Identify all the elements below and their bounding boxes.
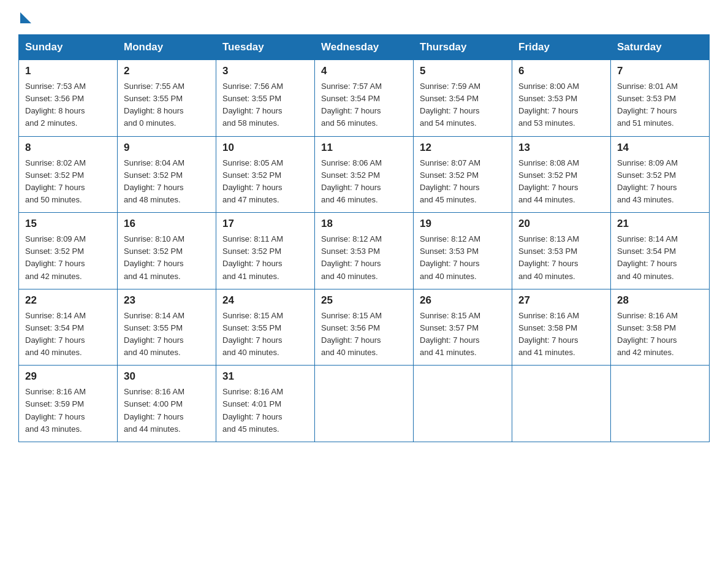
calendar-cell: 4 Sunrise: 7:57 AMSunset: 3:54 PMDayligh… <box>315 60 414 137</box>
day-number: 13 <box>518 142 604 154</box>
day-info: Sunrise: 8:09 AMSunset: 3:52 PMDaylight:… <box>617 157 703 207</box>
calendar-cell: 20 Sunrise: 8:13 AMSunset: 3:53 PMDaylig… <box>512 213 611 289</box>
day-number: 14 <box>617 142 703 154</box>
day-info: Sunrise: 8:08 AMSunset: 3:52 PMDaylight:… <box>518 157 604 207</box>
page-header <box>18 12 710 23</box>
calendar-cell: 9 Sunrise: 8:04 AMSunset: 3:52 PMDayligh… <box>118 136 216 213</box>
calendar-cell: 16 Sunrise: 8:10 AMSunset: 3:52 PMDaylig… <box>118 213 216 289</box>
calendar-cell: 31 Sunrise: 8:16 AMSunset: 4:01 PMDaylig… <box>216 366 315 442</box>
day-info: Sunrise: 8:16 AMSunset: 3:58 PMDaylight:… <box>518 310 604 359</box>
day-info: Sunrise: 7:59 AMSunset: 3:54 PMDaylight:… <box>420 80 506 130</box>
day-number: 11 <box>321 142 407 154</box>
calendar-cell: 6 Sunrise: 8:00 AMSunset: 3:53 PMDayligh… <box>512 60 611 137</box>
calendar-cell: 1 Sunrise: 7:53 AMSunset: 3:56 PMDayligh… <box>19 60 118 137</box>
day-info: Sunrise: 8:13 AMSunset: 3:53 PMDaylight:… <box>518 233 604 283</box>
day-info: Sunrise: 8:14 AMSunset: 3:55 PMDaylight:… <box>124 310 210 359</box>
day-info: Sunrise: 8:15 AMSunset: 3:55 PMDaylight:… <box>222 310 308 359</box>
day-info: Sunrise: 8:16 AMSunset: 3:58 PMDaylight:… <box>617 310 703 359</box>
day-info: Sunrise: 8:05 AMSunset: 3:52 PMDaylight:… <box>222 157 308 207</box>
calendar-cell: 30 Sunrise: 8:16 AMSunset: 4:00 PMDaylig… <box>118 366 216 442</box>
calendar-cell: 5 Sunrise: 7:59 AMSunset: 3:54 PMDayligh… <box>414 60 512 137</box>
day-number: 31 <box>222 370 308 383</box>
calendar-cell: 7 Sunrise: 8:01 AMSunset: 3:53 PMDayligh… <box>611 60 710 137</box>
day-number: 16 <box>124 218 210 230</box>
calendar-cell: 24 Sunrise: 8:15 AMSunset: 3:55 PMDaylig… <box>216 289 315 366</box>
calendar-cell: 13 Sunrise: 8:08 AMSunset: 3:52 PMDaylig… <box>512 136 611 213</box>
day-number: 1 <box>25 65 111 77</box>
day-info: Sunrise: 8:14 AMSunset: 3:54 PMDaylight:… <box>617 233 703 283</box>
day-number: 3 <box>222 65 308 77</box>
calendar-cell: 26 Sunrise: 8:15 AMSunset: 3:57 PMDaylig… <box>414 289 512 366</box>
day-info: Sunrise: 8:15 AMSunset: 3:57 PMDaylight:… <box>420 310 506 359</box>
calendar-cell: 22 Sunrise: 8:14 AMSunset: 3:54 PMDaylig… <box>19 289 118 366</box>
calendar-cell: 18 Sunrise: 8:12 AMSunset: 3:53 PMDaylig… <box>315 213 414 289</box>
week-row-4: 22 Sunrise: 8:14 AMSunset: 3:54 PMDaylig… <box>19 289 710 366</box>
calendar-cell: 15 Sunrise: 8:09 AMSunset: 3:52 PMDaylig… <box>19 213 118 289</box>
day-number: 30 <box>124 370 210 383</box>
day-info: Sunrise: 8:09 AMSunset: 3:52 PMDaylight:… <box>25 233 111 283</box>
day-number: 2 <box>124 65 210 77</box>
col-wednesday: Wednesday <box>315 35 414 60</box>
calendar-body: 1 Sunrise: 7:53 AMSunset: 3:56 PMDayligh… <box>19 60 710 442</box>
day-info: Sunrise: 8:12 AMSunset: 3:53 PMDaylight:… <box>420 233 506 283</box>
col-thursday: Thursday <box>414 35 512 60</box>
day-number: 8 <box>25 142 111 154</box>
logo-arrow-icon <box>20 12 31 23</box>
calendar-cell: 23 Sunrise: 8:14 AMSunset: 3:55 PMDaylig… <box>118 289 216 366</box>
week-row-2: 8 Sunrise: 8:02 AMSunset: 3:52 PMDayligh… <box>19 136 710 213</box>
week-row-3: 15 Sunrise: 8:09 AMSunset: 3:52 PMDaylig… <box>19 213 710 289</box>
day-info: Sunrise: 8:14 AMSunset: 3:54 PMDaylight:… <box>25 310 111 359</box>
day-info: Sunrise: 8:11 AMSunset: 3:52 PMDaylight:… <box>222 233 308 283</box>
day-info: Sunrise: 7:56 AMSunset: 3:55 PMDaylight:… <box>222 80 308 130</box>
col-saturday: Saturday <box>611 35 710 60</box>
day-number: 19 <box>420 218 506 230</box>
day-info: Sunrise: 8:01 AMSunset: 3:53 PMDaylight:… <box>617 80 703 130</box>
week-row-1: 1 Sunrise: 7:53 AMSunset: 3:56 PMDayligh… <box>19 60 710 137</box>
logo <box>18 12 31 23</box>
day-info: Sunrise: 7:53 AMSunset: 3:56 PMDaylight:… <box>25 80 111 130</box>
calendar-cell: 11 Sunrise: 8:06 AMSunset: 3:52 PMDaylig… <box>315 136 414 213</box>
calendar-cell: 3 Sunrise: 7:56 AMSunset: 3:55 PMDayligh… <box>216 60 315 137</box>
day-number: 23 <box>124 294 210 307</box>
calendar-header: Sunday Monday Tuesday Wednesday Thursday… <box>19 35 710 60</box>
day-info: Sunrise: 8:15 AMSunset: 3:56 PMDaylight:… <box>321 310 407 359</box>
calendar-cell: 2 Sunrise: 7:55 AMSunset: 3:55 PMDayligh… <box>118 60 216 137</box>
calendar-cell: 8 Sunrise: 8:02 AMSunset: 3:52 PMDayligh… <box>19 136 118 213</box>
day-info: Sunrise: 7:57 AMSunset: 3:54 PMDaylight:… <box>321 80 407 130</box>
week-row-5: 29 Sunrise: 8:16 AMSunset: 3:59 PMDaylig… <box>19 366 710 442</box>
day-info: Sunrise: 8:02 AMSunset: 3:52 PMDaylight:… <box>25 157 111 207</box>
day-number: 29 <box>25 370 111 383</box>
day-info: Sunrise: 8:16 AMSunset: 4:00 PMDaylight:… <box>124 386 210 435</box>
day-number: 28 <box>617 294 703 307</box>
calendar-cell: 28 Sunrise: 8:16 AMSunset: 3:58 PMDaylig… <box>611 289 710 366</box>
calendar-cell: 14 Sunrise: 8:09 AMSunset: 3:52 PMDaylig… <box>611 136 710 213</box>
calendar-cell <box>315 366 414 442</box>
day-number: 25 <box>321 294 407 307</box>
day-info: Sunrise: 7:55 AMSunset: 3:55 PMDaylight:… <box>124 80 210 130</box>
calendar-cell: 21 Sunrise: 8:14 AMSunset: 3:54 PMDaylig… <box>611 213 710 289</box>
calendar-cell: 17 Sunrise: 8:11 AMSunset: 3:52 PMDaylig… <box>216 213 315 289</box>
calendar-cell <box>512 366 611 442</box>
col-monday: Monday <box>118 35 216 60</box>
day-number: 22 <box>25 294 111 307</box>
col-friday: Friday <box>512 35 611 60</box>
day-number: 24 <box>222 294 308 307</box>
day-number: 18 <box>321 218 407 230</box>
col-sunday: Sunday <box>19 35 118 60</box>
day-number: 20 <box>518 218 604 230</box>
day-number: 27 <box>518 294 604 307</box>
day-info: Sunrise: 8:04 AMSunset: 3:52 PMDaylight:… <box>124 157 210 207</box>
day-number: 26 <box>420 294 506 307</box>
col-tuesday: Tuesday <box>216 35 315 60</box>
day-number: 15 <box>25 218 111 230</box>
day-info: Sunrise: 8:16 AMSunset: 4:01 PMDaylight:… <box>222 386 308 435</box>
day-info: Sunrise: 8:06 AMSunset: 3:52 PMDaylight:… <box>321 157 407 207</box>
day-info: Sunrise: 8:16 AMSunset: 3:59 PMDaylight:… <box>25 386 111 435</box>
calendar-cell: 25 Sunrise: 8:15 AMSunset: 3:56 PMDaylig… <box>315 289 414 366</box>
day-info: Sunrise: 8:07 AMSunset: 3:52 PMDaylight:… <box>420 157 506 207</box>
day-number: 7 <box>617 65 703 77</box>
day-number: 5 <box>420 65 506 77</box>
day-number: 17 <box>222 218 308 230</box>
header-row: Sunday Monday Tuesday Wednesday Thursday… <box>19 35 710 60</box>
calendar-cell: 10 Sunrise: 8:05 AMSunset: 3:52 PMDaylig… <box>216 136 315 213</box>
